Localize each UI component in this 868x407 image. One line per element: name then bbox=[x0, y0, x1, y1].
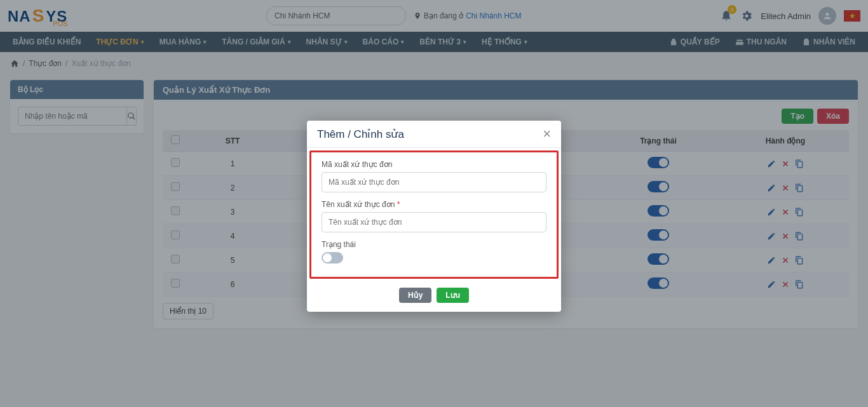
modal-close-button[interactable]: × bbox=[543, 127, 551, 141]
modal-title: Thêm / Chỉnh sửa bbox=[317, 128, 404, 141]
cancel-button[interactable]: Hủy bbox=[399, 288, 431, 303]
input-code[interactable] bbox=[322, 172, 546, 192]
save-button[interactable]: Lưu bbox=[437, 288, 469, 303]
label-name: Tên xuất xứ thực đơn * bbox=[322, 200, 546, 209]
edit-modal: Thêm / Chỉnh sửa × Mã xuất xứ thực đơn T… bbox=[307, 121, 561, 312]
input-name[interactable] bbox=[322, 212, 546, 232]
label-status: Trạng thái bbox=[322, 240, 546, 249]
status-toggle[interactable] bbox=[322, 252, 343, 264]
label-code: Mã xuất xứ thực đơn bbox=[322, 160, 546, 169]
